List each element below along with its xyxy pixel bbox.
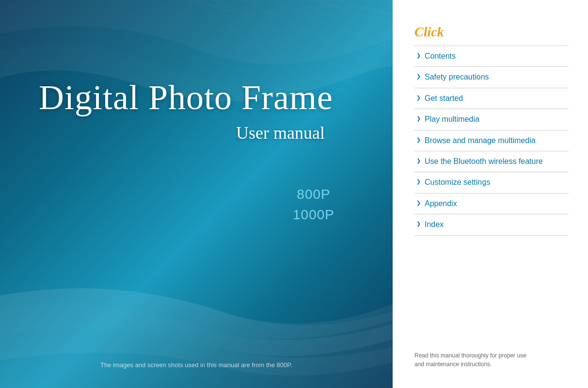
nav-link-index[interactable]: Index — [425, 219, 444, 230]
nav-item-appendix[interactable]: ❯Appendix — [414, 194, 569, 214]
nav-item-index[interactable]: ❯Index — [414, 214, 569, 235]
nav-link-bluetooth[interactable]: Use the Bluetooth wireless feature — [425, 156, 543, 167]
nav-arrow-icon: ❯ — [416, 115, 421, 122]
left-panel: Digital Photo Frame User manual 800P 100… — [0, 0, 393, 388]
product-title: Digital Photo Frame — [39, 78, 354, 118]
product-subtitle: User manual — [39, 123, 325, 143]
nav-link-safety[interactable]: Safety precautions — [425, 72, 489, 82]
nav-arrow-icon: ❯ — [416, 158, 421, 164]
nav-link-appendix[interactable]: Appendix — [425, 198, 457, 209]
nav-arrow-icon: ❯ — [416, 221, 421, 227]
nav-item-bluetooth[interactable]: ❯Use the Bluetooth wireless feature — [414, 151, 569, 172]
nav-link-browse-multimedia[interactable]: Browse and manage multimedia — [425, 135, 536, 146]
footer-note: Read this manual thoroughly for proper u… — [414, 351, 569, 369]
nav-arrow-icon: ❯ — [416, 73, 421, 80]
nav-link-customize[interactable]: Customize settings — [425, 177, 490, 188]
nav-item-contents[interactable]: ❯Contents — [414, 46, 569, 67]
nav-link-play-multimedia[interactable]: Play multimedia — [425, 114, 479, 125]
click-heading: Click — [414, 24, 569, 40]
nav-arrow-icon: ❯ — [416, 200, 421, 206]
nav-link-contents[interactable]: Contents — [425, 51, 456, 62]
nav-arrow-icon: ❯ — [416, 52, 421, 59]
nav-item-play-multimedia[interactable]: ❯Play multimedia — [414, 109, 569, 130]
nav-arrow-icon: ❯ — [416, 137, 421, 143]
right-panel: Click ❯Contents❯Safety precautions❯Get s… — [393, 0, 588, 388]
nav-item-get-started[interactable]: ❯Get started — [414, 88, 569, 109]
nav-arrow-icon: ❯ — [416, 95, 421, 101]
nav-arrow-icon: ❯ — [416, 178, 421, 185]
model-800p: 800P 1000P — [293, 187, 334, 222]
nav-item-customize[interactable]: ❯Customize settings — [414, 172, 569, 193]
nav-link-get-started[interactable]: Get started — [425, 93, 463, 104]
nav-list: ❯Contents❯Safety precautions❯Get started… — [414, 46, 569, 343]
bottom-note: The images and screen shots used in this… — [0, 361, 393, 369]
nav-item-safety[interactable]: ❯Safety precautions — [414, 67, 569, 88]
model-numbers: 800P 1000P — [293, 184, 334, 225]
nav-item-browse-multimedia[interactable]: ❯Browse and manage multimedia — [414, 130, 569, 151]
